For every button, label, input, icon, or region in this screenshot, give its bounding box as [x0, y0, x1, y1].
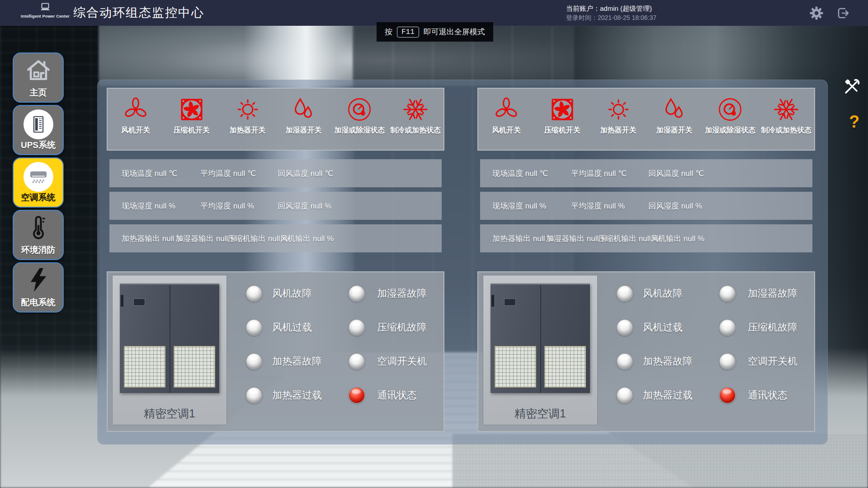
humidity-row: 现场湿度 null % 平均湿度 null % 回风湿度 null %: [480, 192, 812, 220]
ac-on-off-led: [719, 353, 736, 370]
compressor-fault-label: 压缩机故障: [377, 319, 427, 336]
sidebar-item-label: 环境消防: [21, 244, 56, 256]
air-conditioning-dashboard: 风机开关 压缩机开关 加热器开关 加湿器开关 加湿或除湿状态: [97, 80, 828, 445]
sidebar-item-label: 主页: [30, 87, 47, 99]
comm-status-label: 通讯状态: [377, 387, 417, 404]
monitoring-screen: Intelligent Power Center 综合动环组态监控中心 当前账户…: [0, 0, 868, 488]
humidify-dehumidify-status-icon: [347, 97, 372, 122]
gear-icon: [809, 14, 824, 22]
site-temperature: 现场温度 null ℃: [492, 159, 548, 187]
ac-on-off-label: 空调开关机: [748, 353, 797, 370]
fullscreen-exit-tip: 按 F11 即可退出全屏模式: [377, 22, 493, 42]
average-humidity: 平均湿度 null %: [200, 192, 254, 220]
ac-cabinet-graphic: [120, 284, 219, 393]
sidebar-item-ups[interactable]: UPS系统: [13, 105, 64, 155]
return-air-humidity: 回风湿度 null %: [648, 192, 702, 220]
heater-output: 加热器输出 null %: [122, 224, 183, 252]
fan-overload-label: 风机过载: [643, 319, 683, 336]
humidify-dehumidify-status: 加湿或除湿状态: [702, 89, 758, 150]
sidebar-item-home[interactable]: 主页: [13, 52, 64, 103]
output-row: 加热器输出 null % 加湿器输出 null % 压缩机输出 null % 风…: [109, 224, 442, 252]
humidifier-fault-led: [348, 285, 365, 302]
compressor-switch[interactable]: 压缩机开关: [164, 89, 220, 150]
switch-icon-panel: 风机开关 压缩机开关 加热器开关 加湿器开关 加湿或除湿状态: [477, 88, 815, 151]
humidifier-switch[interactable]: 加湿器开关: [275, 89, 331, 150]
heater-switch[interactable]: 加热器开关: [590, 89, 646, 150]
ac-unit-image: 精密空调1: [113, 275, 226, 425]
heater-switch-icon: [606, 97, 631, 122]
humidifier-switch-icon: [661, 97, 687, 122]
compressor-switch-icon: [550, 97, 575, 122]
heater-overload-led: [616, 387, 633, 404]
status-panel: 精密空调1 风机故障 风机过载 加热器故障 加热器过载 加湿器故障 压缩机故障 …: [107, 271, 444, 432]
fan-switch[interactable]: 风机开关: [478, 89, 534, 150]
ac-unit-image: 精密空调1: [483, 275, 597, 425]
ac-unit-name: 精密空调1: [483, 406, 597, 421]
heater-fault-label: 加热器故障: [643, 353, 693, 370]
site-humidity: 现场湿度 null %: [492, 192, 546, 220]
sidebar-item-label: 配电系统: [21, 297, 56, 308]
temperature-row: 现场温度 null ℃ 平均温度 null ℃ 回风温度 null ℃: [480, 159, 812, 187]
question-mark-icon: ?: [849, 112, 859, 131]
ac-unit-name: 精密空调1: [113, 406, 226, 421]
compressor-fault-led: [719, 319, 736, 336]
compressor-fault-led: [348, 319, 365, 336]
thermometer-icon: [14, 214, 63, 241]
heater-fault-led: [245, 353, 263, 370]
account-info: 当前账户：admin (超级管理) 登录时间：2021-08-25 18:06:…: [566, 4, 656, 23]
settings-button[interactable]: [809, 6, 824, 20]
ac-unit-panel-1: 风机开关 压缩机开关 加热器开关 加湿器开关 加湿或除湿状态: [107, 80, 444, 445]
compressor-fault-label: 压缩机故障: [748, 319, 797, 336]
tip-suffix: 即可退出全屏模式: [424, 27, 485, 37]
ac-on-off-led: [348, 353, 365, 370]
sidebar-item-environment-fire[interactable]: 环境消防: [13, 210, 64, 260]
return-air-temperature: 回风温度 null ℃: [648, 159, 704, 187]
humidity-row: 现场湿度 null % 平均湿度 null % 回风湿度 null %: [109, 192, 442, 220]
return-air-temperature: 回风温度 null ℃: [278, 159, 333, 187]
switch-icon-panel: 风机开关 压缩机开关 加热器开关 加湿器开关 加湿或除湿状态: [107, 88, 444, 151]
comm-status-led: [719, 387, 736, 404]
fan-switch-icon: [123, 97, 148, 122]
site-humidity: 现场湿度 null %: [122, 192, 175, 220]
humidifier-switch[interactable]: 加湿器开关: [646, 89, 702, 150]
help-button[interactable]: ?: [849, 112, 859, 132]
temperature-row: 现场温度 null ℃ 平均温度 null ℃ 回风温度 null ℃: [109, 159, 442, 187]
tools-button[interactable]: [844, 78, 861, 95]
fan-overload-led: [245, 319, 263, 336]
fan-fault-led: [245, 285, 263, 302]
output-row: 加热器输出 null % 加湿器输出 null % 压缩机输出 null % 风…: [480, 224, 812, 252]
lightning-icon: [14, 267, 63, 293]
page-title: 综合动环组态监控中心: [73, 0, 204, 26]
cooling-heating-status-icon: [403, 97, 428, 122]
sidebar-item-power-distribution[interactable]: 配电系统: [13, 262, 64, 313]
ac-cabinet-graphic: [491, 284, 590, 393]
logout-button[interactable]: [835, 6, 850, 20]
fan-output: 风机输出 null %: [280, 224, 334, 252]
air-conditioner-icon: [14, 162, 63, 192]
heater-overload-label: 加热器过载: [643, 387, 693, 404]
humidifier-fault-label: 加湿器故障: [748, 285, 797, 302]
home-icon: [14, 57, 63, 84]
humidify-dehumidify-status-icon: [717, 97, 743, 122]
brand-text: Intelligent Power Center: [18, 14, 72, 19]
wrench-screwdriver-icon: [844, 89, 861, 96]
average-temperature: 平均温度 null ℃: [571, 159, 627, 187]
sidebar-item-label: 空调系统: [21, 192, 56, 204]
sidebar-item-air-conditioning[interactable]: 空调系统: [13, 157, 64, 208]
return-air-humidity: 回风湿度 null %: [278, 192, 331, 220]
comm-status-label: 通讯状态: [748, 387, 788, 404]
heater-overload-label: 加热器过载: [272, 387, 322, 404]
comm-status-led: [348, 387, 365, 404]
fan-overload-led: [616, 319, 633, 336]
cooling-heating-status: 制冷或加热状态: [387, 89, 443, 150]
ac-unit-panel-2: 风机开关 压缩机开关 加热器开关 加湿器开关 加湿或除湿状态: [477, 80, 815, 445]
cooling-heating-status: 制冷或加热状态: [758, 89, 814, 150]
heater-output: 加热器输出 null %: [492, 224, 554, 252]
ups-icon: [14, 109, 63, 139]
heater-switch-icon: [235, 97, 260, 122]
compressor-switch[interactable]: 压缩机开关: [534, 89, 590, 150]
compressor-switch-icon: [179, 97, 204, 122]
brand-logo: Intelligent Power Center: [18, 2, 72, 19]
heater-switch[interactable]: 加热器开关: [220, 89, 276, 150]
fan-switch[interactable]: 风机开关: [108, 89, 164, 150]
